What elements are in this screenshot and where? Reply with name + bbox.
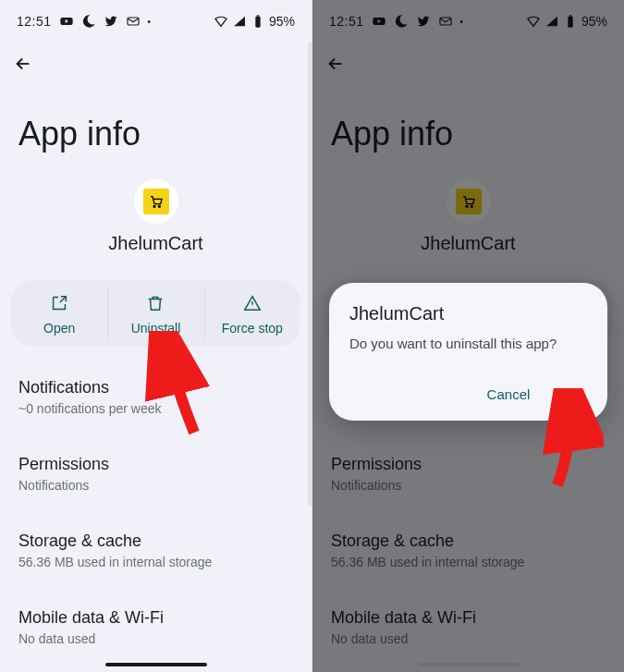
svg-point-6 xyxy=(158,205,160,207)
dialog-title: JhelumCart xyxy=(349,303,587,324)
back-button[interactable] xyxy=(0,35,312,78)
svg-point-5 xyxy=(153,205,155,207)
svg-rect-4 xyxy=(257,15,260,16)
section-notifications[interactable]: Notifications ~0 notifications per week xyxy=(0,367,312,427)
notifications-title: Notifications xyxy=(18,378,293,397)
moon-icon xyxy=(81,14,96,29)
battery-icon xyxy=(251,14,265,29)
page-title: App info xyxy=(0,78,312,179)
twitter-icon xyxy=(104,14,118,29)
battery-percent: 95% xyxy=(269,14,295,29)
force-stop-button[interactable]: Force stop xyxy=(204,280,300,347)
action-row: Open Uninstall Force stop xyxy=(11,280,300,347)
warning-icon xyxy=(242,293,263,313)
screen-uninstall-dialog: 12:51 • 95% App info JhelumCart Open xyxy=(312,0,624,672)
permissions-title: Permissions xyxy=(18,455,293,474)
section-mobile[interactable]: Mobile data & Wi-Fi No data used xyxy=(0,597,312,657)
app-name: JhelumCart xyxy=(0,233,312,254)
status-time: 12:51 xyxy=(17,14,52,29)
trash-icon xyxy=(145,293,165,313)
arrow-left-icon xyxy=(13,54,33,74)
force-stop-label: Force stop xyxy=(204,321,300,336)
storage-sub: 56.36 MB used in internal storage xyxy=(18,555,293,569)
app-header: JhelumCart xyxy=(0,179,312,254)
mobile-sub: No data used xyxy=(18,631,293,646)
notifications-sub: ~0 notifications per week xyxy=(18,401,293,416)
permissions-sub: Notifications xyxy=(18,478,293,493)
uninstall-button[interactable]: Uninstall xyxy=(107,280,203,347)
open-button[interactable]: Open xyxy=(11,280,107,347)
uninstall-label: Uninstall xyxy=(107,321,203,336)
app-icon xyxy=(134,179,178,224)
dialog-cancel-button[interactable]: Cancel xyxy=(483,377,534,411)
storage-title: Storage & cache xyxy=(18,531,293,551)
status-bar: 12:51 • 95% xyxy=(0,0,312,35)
open-label: Open xyxy=(11,321,107,336)
cart-icon xyxy=(143,189,169,214)
signal-icon xyxy=(232,14,247,29)
more-notifications-dot: • xyxy=(148,17,152,27)
gesture-bar xyxy=(105,663,207,666)
section-permissions[interactable]: Permissions Notifications xyxy=(0,444,312,504)
open-icon xyxy=(49,293,69,313)
uninstall-dialog: JhelumCart Do you want to uninstall this… xyxy=(329,283,607,421)
dialog-ok-button[interactable]: OK xyxy=(559,377,587,411)
screen-app-info: 12:51 • 95% App info xyxy=(0,0,312,672)
wifi-icon xyxy=(214,14,228,29)
mail-icon xyxy=(126,14,141,29)
svg-rect-3 xyxy=(255,17,260,28)
dialog-message: Do you want to uninstall this app? xyxy=(349,336,587,351)
section-storage[interactable]: Storage & cache 56.36 MB used in interna… xyxy=(0,520,312,580)
mobile-title: Mobile data & Wi-Fi xyxy=(18,608,293,628)
youtube-icon xyxy=(59,14,74,29)
